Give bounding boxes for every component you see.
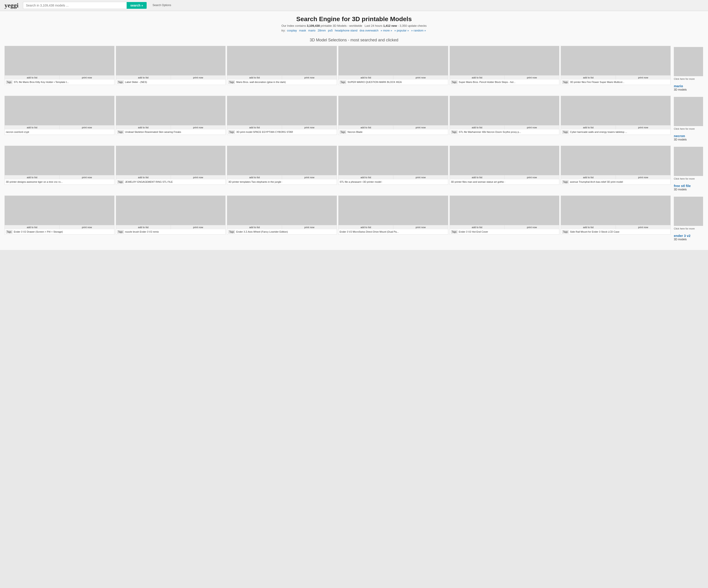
add-to-list-button[interactable]: add to list (338, 75, 393, 80)
try-ps5[interactable]: ps5 (328, 29, 333, 32)
card-buttons: add to listprint now (338, 125, 448, 129)
promo-link[interactable]: free stl file (674, 184, 691, 188)
add-to-list-button[interactable]: add to list (116, 125, 171, 129)
logo[interactable]: yeggi (4, 2, 19, 9)
try-links: try: cosplay mask mario 28mm ps5 headpho… (4, 29, 704, 32)
promo-sub-text: 3D models (674, 238, 687, 241)
print-now-button[interactable]: print now (393, 125, 448, 129)
add-to-list-button[interactable]: add to list (116, 175, 171, 179)
try-28mm[interactable]: 28mm (318, 29, 326, 32)
add-to-list-button[interactable]: add to list (561, 175, 616, 179)
add-to-list-button[interactable]: add to list (338, 175, 393, 179)
add-to-list-button[interactable]: add to list (227, 225, 282, 229)
model-card: add to listprint now3D printer templates… (227, 146, 337, 185)
print-now-button[interactable]: print now (60, 75, 114, 80)
try-headphone-stand[interactable]: headphone stand (335, 29, 357, 32)
add-to-list-button[interactable]: add to list (561, 225, 616, 229)
model-card: add to listprint nowTags avenue Triumpha… (561, 146, 671, 185)
promo-sub-text: 3D models (674, 138, 687, 141)
row-necron: add to listprint nownecron overlord cryp… (4, 96, 704, 141)
try-mask[interactable]: mask (299, 29, 306, 32)
try-mario[interactable]: mario (308, 29, 316, 32)
card-buttons: add to listprint now (338, 175, 448, 179)
card-buttons: add to listprint now (561, 175, 671, 179)
print-now-button[interactable]: print now (171, 125, 226, 129)
try-cosplay[interactable]: cosplay (287, 29, 297, 32)
model-card: add to listprint nowTags 3D printer file… (561, 46, 671, 85)
promo-link[interactable]: ender 3 v2 (674, 234, 690, 238)
add-to-list-button[interactable]: add to list (561, 125, 616, 129)
add-to-list-button[interactable]: add to list (5, 175, 60, 179)
add-to-list-button[interactable]: add to list (450, 125, 505, 129)
print-now-button[interactable]: print now (505, 75, 559, 80)
search-options-link[interactable]: Search Options (152, 4, 171, 7)
print-now-button[interactable]: print now (171, 75, 226, 80)
print-now-button[interactable]: print now (616, 225, 671, 229)
add-to-list-button[interactable]: add to list (450, 75, 505, 80)
add-to-list-button[interactable]: add to list (561, 75, 616, 80)
model-card: add to listprint nowTags STL file Mario … (4, 46, 115, 85)
promo-sub-text: 3D models (674, 188, 687, 191)
card-buttons: add to listprint now (450, 225, 559, 229)
card-description: Tags Ender 3 V2 Drawer (Screen + Pi4 + S… (5, 229, 114, 235)
model-card: add to listprint nowTags nozzle brush En… (116, 195, 226, 235)
try-label: try: (282, 29, 286, 32)
more-link[interactable]: » more » (381, 29, 392, 32)
card-description: Tags Cyber barricade walls and energy to… (561, 129, 671, 135)
card-buttons: add to listprint now (561, 75, 671, 80)
add-to-list-button[interactable]: add to list (116, 75, 171, 80)
model-card: add to listprint nowTags Ender 3 Z-Axis … (227, 195, 337, 235)
promo-free-stl: Click here for morefree stl file3D model… (672, 146, 704, 191)
add-to-list-button[interactable]: add to list (227, 125, 282, 129)
promo-click-text: Click here for more (674, 227, 695, 230)
add-to-list-button[interactable]: add to list (227, 75, 282, 80)
print-now-button[interactable]: print now (60, 175, 114, 179)
try-dva-overwatch[interactable]: dva overwatch (360, 29, 379, 32)
print-now-button[interactable]: print now (282, 175, 337, 179)
card-description: Tags Mario Bros. wall decoration (glow i… (227, 80, 337, 85)
print-now-button[interactable]: print now (60, 125, 114, 129)
model-card: add to listprint nowTags Ender 3 V2 Hot … (450, 195, 560, 235)
card-buttons: add to listprint now (116, 125, 226, 129)
print-now-button[interactable]: print now (393, 175, 448, 179)
add-to-list-button[interactable]: add to list (450, 225, 505, 229)
card-description: Tags Label Slider - (NES) (116, 80, 226, 85)
random-link[interactable]: » random » (411, 29, 426, 32)
add-to-list-button[interactable]: add to list (227, 175, 282, 179)
popular-link[interactable]: » popular » (394, 29, 409, 32)
card-buttons: add to listprint now (338, 225, 448, 229)
card-description: Tags nozzle brush Ender 3 V2 remix (116, 229, 226, 235)
search-button[interactable]: search » (127, 2, 147, 9)
print-now-button[interactable]: print now (171, 175, 226, 179)
print-now-button[interactable]: print now (616, 75, 671, 80)
print-now-button[interactable]: print now (505, 225, 559, 229)
print-now-button[interactable]: print now (393, 225, 448, 229)
model-card: add to listprint nowTags Super Mario Bro… (450, 46, 560, 85)
promo-sub-text: 3D models (674, 88, 687, 91)
print-now-button[interactable]: print now (282, 75, 337, 80)
model-card: add to listprint nownecron overlord cryp… (4, 96, 115, 135)
add-to-list-button[interactable]: add to list (338, 125, 393, 129)
print-now-button[interactable]: print now (616, 125, 671, 129)
search-input[interactable] (23, 2, 127, 9)
card-buttons: add to listprint now (338, 75, 448, 80)
add-to-list-button[interactable]: add to list (116, 225, 171, 229)
add-to-list-button[interactable]: add to list (5, 125, 60, 129)
add-to-list-button[interactable]: add to list (5, 75, 60, 80)
add-to-list-button[interactable]: add to list (338, 225, 393, 229)
print-now-button[interactable]: print now (505, 125, 559, 129)
grid-ender3v2: add to listprint nowTags Ender 3 V2 Draw… (4, 195, 671, 235)
print-now-button[interactable]: print now (282, 125, 337, 129)
print-now-button[interactable]: print now (282, 225, 337, 229)
promo-link[interactable]: necron (674, 134, 685, 138)
row-mario: add to listprint nowTags STL file Mario … (4, 46, 704, 91)
print-now-button[interactable]: print now (171, 225, 226, 229)
print-now-button[interactable]: print now (505, 175, 559, 179)
print-now-button[interactable]: print now (393, 75, 448, 80)
print-now-button[interactable]: print now (616, 175, 671, 179)
add-to-list-button[interactable]: add to list (450, 175, 505, 179)
promo-link[interactable]: mario (674, 84, 683, 88)
add-to-list-button[interactable]: add to list (5, 225, 60, 229)
print-now-button[interactable]: print now (60, 225, 114, 229)
card-description: Tags Undead Skeleton Reanimated Skin wea… (116, 129, 226, 135)
